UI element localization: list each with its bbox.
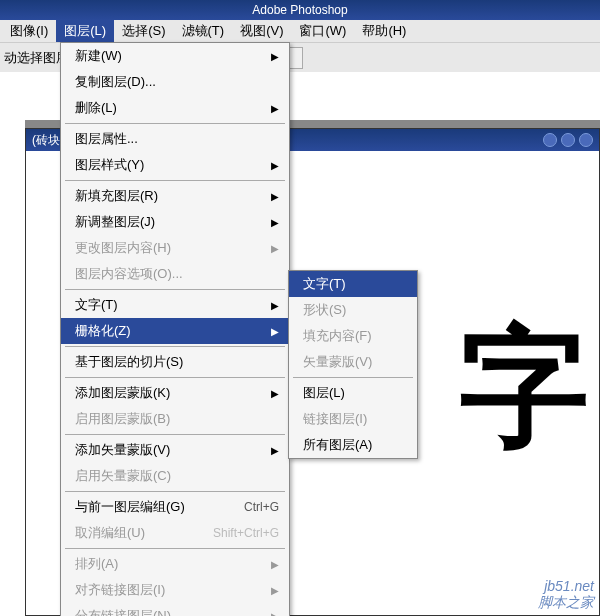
menu-item[interactable]: 基于图层的切片(S) (61, 349, 289, 375)
menubar-item[interactable]: 图层(L) (56, 20, 114, 42)
menu-item: 排列(A)▶ (61, 551, 289, 577)
menu-item: 形状(S) (289, 297, 417, 323)
menubar: 图像(I)图层(L)选择(S)滤镜(T)视图(V)窗口(W)帮助(H) (0, 20, 600, 42)
menu-separator (293, 377, 413, 378)
rasterize-submenu: 文字(T)形状(S)填充内容(F)矢量蒙版(V)图层(L)链接图层(I)所有图层… (288, 270, 418, 459)
menu-item-label: 分布链接图层(N) (75, 607, 171, 616)
menu-item-label: 更改图层内容(H) (75, 239, 171, 257)
canvas-text-layer: 字 (459, 301, 579, 477)
menubar-item[interactable]: 窗口(W) (291, 20, 354, 42)
menu-item: 分布链接图层(N)▶ (61, 603, 289, 616)
chevron-right-icon: ▶ (271, 160, 279, 171)
menu-item-label: 启用矢量蒙版(C) (75, 467, 171, 485)
menu-item[interactable]: 新填充图层(R)▶ (61, 183, 289, 209)
menu-item: 填充内容(F) (289, 323, 417, 349)
menu-item[interactable]: 图层属性... (61, 126, 289, 152)
menu-item[interactable]: 图层(L) (289, 380, 417, 406)
chevron-right-icon: ▶ (271, 243, 279, 254)
menu-item-label: 添加矢量蒙版(V) (75, 441, 170, 459)
menu-separator (65, 434, 285, 435)
chevron-right-icon: ▶ (271, 191, 279, 202)
menu-item-label: 新建(W) (75, 47, 122, 65)
menu-item-label: 对齐链接图层(I) (75, 581, 165, 599)
menu-item-label: 图层样式(Y) (75, 156, 144, 174)
menu-item-label: 所有图层(A) (303, 436, 372, 454)
menu-item: 更改图层内容(H)▶ (61, 235, 289, 261)
menu-item: 矢量蒙版(V) (289, 349, 417, 375)
app-titlebar: Adobe Photoshop (0, 0, 600, 20)
menu-item: 启用矢量蒙版(C) (61, 463, 289, 489)
menu-item[interactable]: 新调整图层(J)▶ (61, 209, 289, 235)
menu-item-label: 图层(L) (303, 384, 345, 402)
menu-item-label: 形状(S) (303, 301, 346, 319)
menu-item-label: 添加图层蒙版(K) (75, 384, 170, 402)
chevron-right-icon: ▶ (271, 445, 279, 456)
chevron-right-icon: ▶ (271, 559, 279, 570)
menu-separator (65, 548, 285, 549)
chevron-right-icon: ▶ (271, 388, 279, 399)
chevron-right-icon: ▶ (271, 326, 279, 337)
menu-item: 对齐链接图层(I)▶ (61, 577, 289, 603)
menu-item-label: 取消编组(U) (75, 524, 145, 542)
watermark-text: 脚本之家 (538, 594, 594, 612)
chevron-right-icon: ▶ (271, 585, 279, 596)
maximize-icon[interactable] (561, 133, 575, 147)
menu-item-label: 与前一图层编组(G) (75, 498, 185, 516)
menu-item-label: 新调整图层(J) (75, 213, 155, 231)
menubar-item[interactable]: 帮助(H) (354, 20, 414, 42)
menu-item-label: 排列(A) (75, 555, 118, 573)
chevron-right-icon: ▶ (271, 217, 279, 228)
menu-separator (65, 346, 285, 347)
menu-separator (65, 123, 285, 124)
menu-shortcut: Ctrl+G (224, 500, 279, 514)
menu-item-label: 基于图层的切片(S) (75, 353, 183, 371)
menu-separator (65, 491, 285, 492)
chevron-right-icon: ▶ (271, 51, 279, 62)
watermark-url: jb51.net (538, 578, 594, 594)
menu-item: 链接图层(I) (289, 406, 417, 432)
menu-item-label: 文字(T) (303, 275, 346, 293)
app-title: Adobe Photoshop (252, 3, 347, 17)
menu-item[interactable]: 文字(T) (289, 271, 417, 297)
menu-item-label: 删除(L) (75, 99, 117, 117)
menu-item: 启用图层蒙版(B) (61, 406, 289, 432)
window-controls (543, 133, 593, 147)
menu-item-label: 链接图层(I) (303, 410, 367, 428)
menu-item-label: 填充内容(F) (303, 327, 372, 345)
minimize-icon[interactable] (543, 133, 557, 147)
menu-item-label: 新填充图层(R) (75, 187, 158, 205)
menu-item[interactable]: 与前一图层编组(G)Ctrl+G (61, 494, 289, 520)
menu-item-label: 启用图层蒙版(B) (75, 410, 170, 428)
menu-item[interactable]: 添加图层蒙版(K)▶ (61, 380, 289, 406)
menu-separator (65, 377, 285, 378)
menubar-item[interactable]: 视图(V) (232, 20, 291, 42)
menu-item[interactable]: 删除(L)▶ (61, 95, 289, 121)
menu-item-label: 文字(T) (75, 296, 118, 314)
chevron-right-icon: ▶ (271, 103, 279, 114)
menu-item-label: 矢量蒙版(V) (303, 353, 372, 371)
menu-item[interactable]: 文字(T)▶ (61, 292, 289, 318)
watermark: jb51.net 脚本之家 (538, 578, 594, 612)
menu-shortcut: Shift+Ctrl+G (193, 526, 279, 540)
menubar-item[interactable]: 选择(S) (114, 20, 173, 42)
menu-item-label: 栅格化(Z) (75, 322, 131, 340)
menu-item[interactable]: 复制图层(D)... (61, 69, 289, 95)
menubar-item[interactable]: 滤镜(T) (174, 20, 233, 42)
menu-item: 取消编组(U)Shift+Ctrl+G (61, 520, 289, 546)
menu-item: 图层内容选项(O)... (61, 261, 289, 287)
layer-menu: 新建(W)▶复制图层(D)...删除(L)▶图层属性...图层样式(Y)▶新填充… (60, 42, 290, 616)
menu-item[interactable]: 所有图层(A) (289, 432, 417, 458)
menubar-item[interactable]: 图像(I) (2, 20, 56, 42)
chevron-right-icon: ▶ (271, 300, 279, 311)
menu-item-label: 图层内容选项(O)... (75, 265, 183, 283)
menu-separator (65, 180, 285, 181)
menu-item[interactable]: 添加矢量蒙版(V)▶ (61, 437, 289, 463)
chevron-right-icon: ▶ (271, 611, 279, 617)
close-icon[interactable] (579, 133, 593, 147)
menu-item-label: 图层属性... (75, 130, 138, 148)
menu-item[interactable]: 栅格化(Z)▶ (61, 318, 289, 344)
menu-item[interactable]: 新建(W)▶ (61, 43, 289, 69)
menu-item[interactable]: 图层样式(Y)▶ (61, 152, 289, 178)
menu-item-label: 复制图层(D)... (75, 73, 156, 91)
menu-separator (65, 289, 285, 290)
